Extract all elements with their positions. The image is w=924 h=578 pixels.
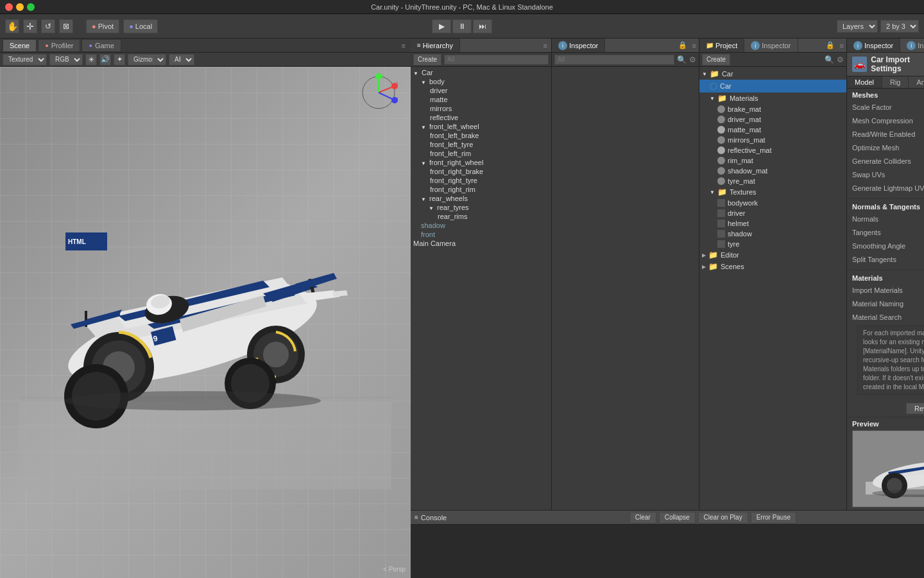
tab-right-inspector1[interactable]: i Inspector <box>847 39 900 52</box>
layout-dropdown[interactable]: 2 by 3 <box>880 20 919 33</box>
list-item[interactable]: matte <box>411 95 551 104</box>
list-item[interactable]: bodywork <box>699 198 846 208</box>
tab-project[interactable]: 📁 Project <box>699 39 744 52</box>
read-write-label: Read/Write Enabled <box>852 130 924 138</box>
list-item[interactable]: ▶ 📁 Scenes <box>699 261 846 272</box>
list-item[interactable]: tyre_mat <box>699 176 846 186</box>
list-item[interactable]: front_right_brake <box>411 167 551 176</box>
list-item[interactable]: front_right_tyre <box>411 176 551 185</box>
tab-inspector-center[interactable]: i Inspector <box>552 39 605 52</box>
list-item[interactable]: ▼ front_left_wheel <box>411 122 551 131</box>
inspector-center-menu[interactable]: ≡ <box>690 42 699 49</box>
car-asset-icon: 🚗 <box>852 57 867 72</box>
list-item[interactable]: shadow_mat <box>699 166 846 176</box>
list-item[interactable]: driver_mat <box>699 114 846 125</box>
tab-rig[interactable]: Rig <box>882 76 909 88</box>
list-item[interactable]: driver <box>699 208 846 218</box>
list-item[interactable]: reflective_mat <box>699 145 846 155</box>
revert-button[interactable]: Revert <box>906 403 924 414</box>
project-menu[interactable]: ≡ <box>837 42 846 49</box>
gizmos-dropdown[interactable]: Gizmos <box>128 54 166 66</box>
tangents-label: Tangents <box>852 229 924 236</box>
inspector-center-search[interactable] <box>554 55 674 65</box>
move-tool[interactable]: ✛ <box>23 19 37 33</box>
list-item[interactable]: driver <box>411 86 551 95</box>
window-title: Car.unity - UnityThree.unity - PC, Mac &… <box>371 3 553 11</box>
audio-icon[interactable]: 🔊 <box>99 54 111 66</box>
create-button[interactable]: Create <box>413 54 441 66</box>
tab-inspector-proj[interactable]: i Inspector <box>744 39 798 52</box>
tab-profiler[interactable]: ● Profiler <box>38 39 80 52</box>
list-item[interactable]: mirrors <box>411 104 551 113</box>
list-item[interactable]: ▼ rear_wheels <box>411 194 551 203</box>
list-item[interactable]: Main Camera <box>411 239 551 248</box>
inspector-center-lock[interactable]: 🔒 <box>676 41 690 49</box>
list-item[interactable]: mirrors_mat <box>699 135 846 145</box>
inspector-center-header: i Inspector 🔒 ≡ <box>552 39 699 53</box>
sun-icon[interactable]: ☀ <box>85 54 97 66</box>
rgb-dropdown[interactable]: RGB <box>49 54 83 66</box>
project-settings-icon[interactable]: ⚙ <box>837 55 844 64</box>
layers-dropdown[interactable]: Layers <box>837 20 878 33</box>
pivot-button[interactable]: ● Pivot <box>86 19 119 33</box>
hierarchy-panel: ≡ Hierarchy ≡ Create ▼ Car <box>411 39 552 510</box>
project-search-icon[interactable]: 🔍 <box>825 55 834 64</box>
tab-right-inspector2[interactable]: i Inspector <box>900 39 924 52</box>
list-item[interactable]: ▼ body <box>411 77 551 86</box>
step-button[interactable]: ⏭ <box>473 19 492 33</box>
list-item[interactable]: matte_mat <box>699 125 846 135</box>
list-item[interactable]: rim_mat <box>699 155 846 166</box>
tab-hierarchy[interactable]: ≡ Hierarchy <box>411 39 460 52</box>
hierarchy-search[interactable] <box>444 55 549 65</box>
list-item[interactable]: front <box>411 230 551 239</box>
pause-button[interactable]: ⏸ <box>452 19 472 33</box>
tab-game[interactable]: ● Game <box>81 39 121 52</box>
project-lock[interactable]: 🔒 <box>823 41 837 49</box>
list-item[interactable]: ▼ front_right_wheel <box>411 158 551 167</box>
error-pause-button[interactable]: Error Pause <box>751 512 796 523</box>
clear-on-play-button[interactable]: Clear on Play <box>698 512 748 523</box>
tab-animations[interactable]: Animations <box>909 76 924 88</box>
local-button[interactable]: ● Local <box>123 19 158 33</box>
list-item[interactable]: ▶ 📁 Editor <box>699 249 846 261</box>
tab-model[interactable]: Model <box>847 76 882 88</box>
clear-button[interactable]: Clear <box>629 512 656 523</box>
list-item[interactable]: helmet <box>699 218 846 229</box>
list-item[interactable]: front_left_rim <box>411 149 551 158</box>
list-item[interactable]: tyre <box>699 239 846 249</box>
project-create-button[interactable]: Create <box>702 54 730 66</box>
list-item[interactable]: ▼ 📁 Car <box>699 68 846 80</box>
maximize-button[interactable] <box>27 3 35 11</box>
hierarchy-menu[interactable]: ≡ <box>540 42 551 49</box>
generate-colliders-label: Generate Colliders <box>852 157 924 165</box>
all-dropdown[interactable]: All <box>169 54 194 66</box>
play-button[interactable]: ▶ <box>432 19 451 33</box>
arrow-icon: ▼ <box>710 189 715 195</box>
list-item[interactable]: ▼ rear_tyres <box>411 203 551 212</box>
settings-icon[interactable]: ⚙ <box>689 55 696 64</box>
tab-scene[interactable]: Scene <box>3 39 37 52</box>
material-icon <box>717 126 725 134</box>
list-item[interactable]: ▼ Car <box>411 68 551 77</box>
minimize-button[interactable] <box>16 3 24 11</box>
list-item[interactable]: ⬡ Car <box>699 80 846 92</box>
effects-icon[interactable]: ✦ <box>114 54 125 66</box>
list-item[interactable]: brake_mat <box>699 104 846 114</box>
list-item[interactable]: shadow <box>411 221 551 230</box>
list-item[interactable]: rear_rims <box>411 212 551 221</box>
list-item[interactable]: shadow <box>699 229 846 239</box>
scale-tool[interactable]: ⊠ <box>59 19 73 33</box>
rotate-tool[interactable]: ↺ <box>41 19 55 33</box>
collapse-button[interactable]: Collapse <box>659 512 696 523</box>
list-item[interactable]: reflective <box>411 113 551 122</box>
list-item[interactable]: front_left_brake <box>411 131 551 140</box>
list-item[interactable]: front_left_tyre <box>411 140 551 149</box>
preview-canvas <box>852 430 924 507</box>
hand-tool[interactable]: ✋ <box>5 19 19 33</box>
textured-dropdown[interactable]: Textured <box>3 54 47 66</box>
list-item[interactable]: ▼ 📁 Materials <box>699 92 846 104</box>
close-button[interactable] <box>5 3 13 11</box>
list-item[interactable]: front_right_rim <box>411 185 551 194</box>
list-item[interactable]: ▼ 📁 Textures <box>699 186 846 198</box>
scene-menu-icon[interactable]: ≡ <box>399 42 408 49</box>
